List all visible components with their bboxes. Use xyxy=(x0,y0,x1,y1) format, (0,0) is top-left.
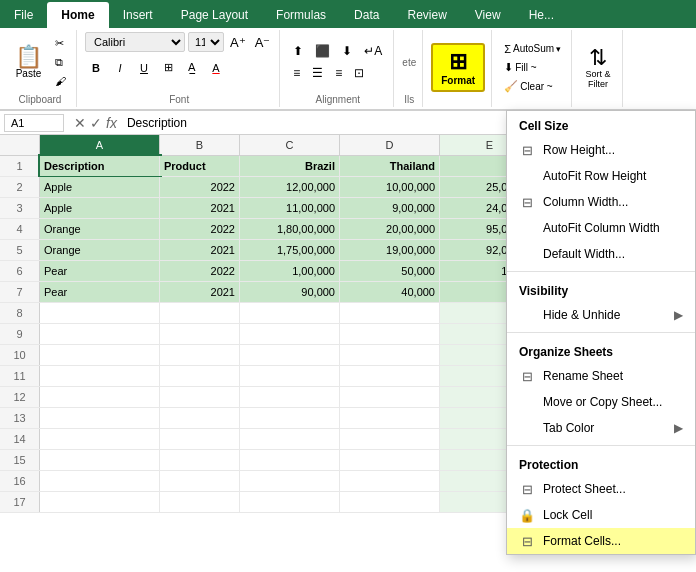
cell-b1[interactable]: Product xyxy=(160,156,240,176)
cell-reference-input[interactable] xyxy=(4,114,64,132)
font-name-row: Calibri 11 A⁺ A⁻ xyxy=(85,32,273,52)
formula-checkmark-icon: ✓ xyxy=(90,115,102,131)
cell-a1[interactable]: Description xyxy=(40,156,160,176)
cell-b3[interactable]: 2021 xyxy=(160,198,240,218)
cell-a6[interactable]: Pear xyxy=(40,261,160,281)
cell-d2[interactable]: 10,00,000 xyxy=(340,177,440,197)
row-number: 11 xyxy=(0,366,40,386)
cell-a4[interactable]: Orange xyxy=(40,219,160,239)
cell-c6[interactable]: 1,00,000 xyxy=(240,261,340,281)
cell-c3[interactable]: 11,00,000 xyxy=(240,198,340,218)
cell-a2[interactable]: Apple xyxy=(40,177,160,197)
lock-cell-item[interactable]: 🔒 Lock Cell xyxy=(507,502,695,528)
cell-b6[interactable]: 2022 xyxy=(160,261,240,281)
underline-button[interactable]: U xyxy=(133,59,155,77)
fill-color-button[interactable]: A̲ xyxy=(181,58,203,77)
cell-a3[interactable]: Apple xyxy=(40,198,160,218)
cell-c5[interactable]: 1,75,00,000 xyxy=(240,240,340,260)
cell-b7[interactable]: 2021 xyxy=(160,282,240,302)
cell-b5[interactable]: 2021 xyxy=(160,240,240,260)
cell-b2[interactable]: 2022 xyxy=(160,177,240,197)
cell-c7[interactable]: 90,000 xyxy=(240,282,340,302)
align-middle-button[interactable]: ⬛ xyxy=(310,41,335,61)
bold-button[interactable]: B xyxy=(85,59,107,77)
divider-1 xyxy=(507,271,695,272)
divider-2 xyxy=(507,332,695,333)
rename-sheet-icon: ⊟ xyxy=(519,368,535,384)
format-group-content: ⊞ Format xyxy=(431,32,485,103)
align-center-button[interactable]: ☰ xyxy=(307,63,328,83)
col-header-a[interactable]: A xyxy=(40,135,160,155)
paste-button[interactable]: 📋 Paste xyxy=(10,43,47,82)
visibility-header: Visibility xyxy=(507,276,695,302)
fill-button[interactable]: ⬇ Fill ~ xyxy=(500,59,540,76)
tab-data[interactable]: Data xyxy=(340,2,393,28)
italic-button[interactable]: I xyxy=(109,59,131,77)
autofit-column-width-item[interactable]: AutoFit Column Width xyxy=(507,215,695,241)
formula-icons: ✕ ✓ fx xyxy=(68,115,123,131)
tab-page-layout[interactable]: Page Layout xyxy=(167,2,262,28)
col-header-c[interactable]: C xyxy=(240,135,340,155)
format-cells-item[interactable]: ⊟ Format Cells... xyxy=(507,528,695,554)
row-number: 7 xyxy=(0,282,40,302)
cell-d4[interactable]: 20,00,000 xyxy=(340,219,440,239)
protect-sheet-item[interactable]: ⊟ Protect Sheet... xyxy=(507,476,695,502)
sort-filter-button[interactable]: ⇅ Sort &Filter xyxy=(580,44,616,92)
cell-d5[interactable]: 19,00,000 xyxy=(340,240,440,260)
cell-a7[interactable]: Pear xyxy=(40,282,160,302)
copy-button[interactable]: ⧉ xyxy=(51,54,70,71)
autofit-row-height-item[interactable]: AutoFit Row Height xyxy=(507,163,695,189)
cut-button[interactable]: ✂ xyxy=(51,35,70,52)
font-size-select[interactable]: 11 xyxy=(188,32,224,52)
tab-he[interactable]: He... xyxy=(515,2,568,28)
border-button[interactable]: ⊞ xyxy=(157,58,179,77)
cell-d6[interactable]: 50,000 xyxy=(340,261,440,281)
row-height-item[interactable]: ⊟ Row Height... xyxy=(507,137,695,163)
column-width-label: Column Width... xyxy=(543,195,628,209)
align-bottom-button[interactable]: ⬇ xyxy=(337,41,357,61)
cell-a8[interactable] xyxy=(40,303,160,323)
font-size-increase-button[interactable]: A⁺ xyxy=(227,33,249,52)
cell-d3[interactable]: 9,00,000 xyxy=(340,198,440,218)
tab-color-item[interactable]: Tab Color ▶ xyxy=(507,415,695,441)
rename-sheet-item[interactable]: ⊟ Rename Sheet xyxy=(507,363,695,389)
clear-button[interactable]: 🧹 Clear ~ xyxy=(500,78,557,95)
cell-c2[interactable]: 12,00,000 xyxy=(240,177,340,197)
tab-view[interactable]: View xyxy=(461,2,515,28)
autosum-button[interactable]: Σ AutoSum ▾ xyxy=(500,41,565,57)
column-width-item[interactable]: ⊟ Column Width... xyxy=(507,189,695,215)
clipboard-group-content: 📋 Paste ✂ ⧉ 🖌 xyxy=(10,32,70,92)
wrap-text-button[interactable]: ↵A xyxy=(359,41,387,61)
col-header-b[interactable]: B xyxy=(160,135,240,155)
number-group-content: ete xyxy=(402,32,416,92)
tab-formulas[interactable]: Formulas xyxy=(262,2,340,28)
cell-d1[interactable]: Thailand xyxy=(340,156,440,176)
row-number: 14 xyxy=(0,429,40,449)
cell-c1[interactable]: Brazil xyxy=(240,156,340,176)
move-copy-sheet-item[interactable]: Move or Copy Sheet... xyxy=(507,389,695,415)
tab-review[interactable]: Review xyxy=(393,2,460,28)
cell-d7[interactable]: 40,000 xyxy=(340,282,440,302)
cell-a5[interactable]: Orange xyxy=(40,240,160,260)
hide-unhide-item[interactable]: Hide & Unhide ▶ xyxy=(507,302,695,328)
autosum-group: Σ AutoSum ▾ ⬇ Fill ~ 🧹 Clear ~ xyxy=(500,41,565,95)
font-color-button[interactable]: A xyxy=(205,59,227,77)
align-right-button[interactable]: ≡ xyxy=(330,63,347,83)
align-left-button[interactable]: ≡ xyxy=(288,63,305,83)
font-size-decrease-button[interactable]: A⁻ xyxy=(252,33,274,52)
tab-file[interactable]: File xyxy=(0,2,47,28)
cell-c4[interactable]: 1,80,00,000 xyxy=(240,219,340,239)
default-width-item[interactable]: Default Width... xyxy=(507,241,695,267)
col-header-d[interactable]: D xyxy=(340,135,440,155)
format-button[interactable]: ⊞ Format xyxy=(431,43,485,92)
merge-center-button[interactable]: ⊡ xyxy=(349,63,369,83)
font-group: Calibri 11 A⁺ A⁻ B I U ⊞ A̲ A Font xyxy=(79,30,280,107)
format-painter-button[interactable]: 🖌 xyxy=(51,73,70,89)
align-top-button[interactable]: ⬆ xyxy=(288,41,308,61)
format-group: ⊞ Format xyxy=(425,30,492,107)
lock-cell-label: Lock Cell xyxy=(543,508,592,522)
tab-insert[interactable]: Insert xyxy=(109,2,167,28)
font-family-select[interactable]: Calibri xyxy=(85,32,185,52)
tab-home[interactable]: Home xyxy=(47,2,108,28)
cell-b4[interactable]: 2022 xyxy=(160,219,240,239)
